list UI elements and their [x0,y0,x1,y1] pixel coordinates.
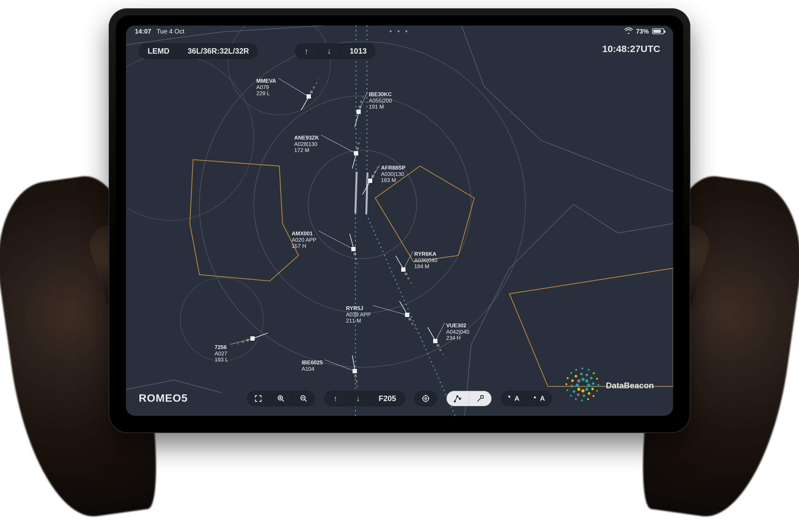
brand-name: DataBeacon [606,381,654,391]
history-dot [445,358,446,359]
aircraft-datablock[interactable]: RYR5JA039 APP211 M [346,305,371,324]
velocity-vector [395,255,404,269]
datablock-line2: A039 APP [346,312,371,318]
aircraft-datablock[interactable]: AMX001A020 APP157 H [291,231,316,249]
history-dot [359,138,361,139]
history-dot [414,327,416,329]
aircraft-datablock[interactable]: IBE30KCA055|200191 M [369,91,392,110]
pressure-selector[interactable]: ↑ ↓ 1013 [295,43,376,59]
leader-line [318,231,353,249]
callsign: RYR6KA [414,251,437,258]
history-dot [356,380,358,382]
level-up-icon[interactable]: ↑ [324,391,347,406]
aircraft-datablock[interactable]: 7256A027193 L [215,344,228,363]
datablock-line3: 191 M [369,104,392,110]
history-dot [411,323,414,325]
zoom-in-icon[interactable] [269,391,292,406]
datablock-line3: 229 L [256,90,276,97]
history-dot [233,345,234,346]
callsign: MMEVA [256,78,276,84]
history-dot [315,82,317,84]
history-dot [380,163,381,164]
datablock-line3: 163 M [381,177,405,184]
datablock-line3: 157 H [291,243,316,249]
level-value[interactable]: F205 [369,391,405,406]
svg-point-16 [454,401,455,402]
history-dot [356,147,359,150]
arrow-up-icon[interactable]: ↑ [295,43,318,59]
airport-icao[interactable]: LEMD [139,43,178,59]
history-dot [358,268,360,269]
app-screen[interactable]: 14:07 Tue 4 Oct • • • 73% [126,25,673,416]
history-dot [358,142,360,145]
datablock-line2: A055|200 [369,98,392,104]
labels-manual-icon[interactable] [469,391,492,406]
aircraft-datablock[interactable]: MMEVAA079229 L [256,78,276,97]
datablock-line2: A036|040 [414,258,437,264]
qnh-value[interactable]: 1013 [340,43,376,59]
history-dot [405,273,407,276]
view-controls [247,391,315,406]
text-larger-button[interactable]: ▴A [526,391,552,406]
leader-line [278,78,309,97]
history-dot [361,133,362,134]
labels-auto-icon[interactable] [447,391,469,406]
datablock-line2: A030|130 [381,171,405,177]
history-dot [310,91,313,94]
logo-swirl-icon [566,368,601,403]
leader-line [370,165,380,181]
callsign: RYR5J [346,305,371,312]
label-mode [447,391,492,406]
history-dot [407,277,410,280]
callsign: IBE6025 [302,360,323,366]
datablock-line2: A104 [302,366,323,372]
velocity-vector [427,327,436,341]
leader-line [403,251,413,269]
callsign: ANE93ZK [294,135,319,141]
level-down-icon[interactable]: ↓ [347,391,369,406]
fullscreen-icon[interactable] [247,391,269,406]
datablock-line3: 193 L [215,357,228,363]
datablock-line2: A020 APP [291,237,316,243]
svg-point-15 [425,398,427,399]
text-smaller-button[interactable]: ▾A [501,391,526,406]
velocity-vector [301,96,309,111]
aircraft-layer: MMEVAA079229 LIBE30KCA055|200191 MANE93Z… [126,25,673,416]
velocity-vector [355,112,359,128]
aircraft-datablock[interactable]: ANE93ZKA028|130172 M [294,135,319,154]
svg-rect-19 [481,396,483,398]
svg-point-17 [457,396,458,397]
arrow-down-icon[interactable]: ↓ [318,43,340,59]
history-dot [318,78,320,79]
velocity-vector [352,153,357,169]
target-icon[interactable] [415,391,437,406]
datablock-line2: A028|130 [294,141,319,148]
leader-line [435,323,445,341]
brand-logo: DataBeacon [566,368,654,403]
airport-runway-selector[interactable]: LEMD 36L/36R:32L/32R [139,43,258,59]
text-size: ▾A ▴A [501,391,552,406]
aircraft-datablock[interactable]: RYR6KAA036|040184 M [414,251,437,270]
svg-point-18 [459,398,460,399]
callsign: IBE30KC [369,91,392,98]
history-dot [417,332,418,333]
datablock-line2: A079 [256,84,276,91]
aircraft-datablock[interactable]: IBE6025A104 [302,360,323,372]
target-tool[interactable] [415,391,437,406]
tablet-frame: 14:07 Tue 4 Oct • • • 73% [109,8,690,433]
history-dot [355,375,357,378]
aircraft-datablock[interactable]: VUE302A042|040234 H [446,323,469,341]
callsign: 7256 [215,344,228,350]
leader-line [373,305,407,315]
zoom-out-icon[interactable] [292,391,315,406]
datablock-line3: 172 M [294,147,319,154]
history-dot [353,252,356,255]
datablock-line2: A027 [215,350,228,357]
history-dot [410,282,412,284]
aircraft-datablock[interactable]: AFR88SPA030|130163 M [381,165,405,184]
runway-config[interactable]: 36L/36R:32L/32R [178,43,258,59]
history-dot [362,96,364,98]
callsign: VUE302 [446,323,469,329]
history-dot [442,354,444,356]
history-dot [363,91,365,93]
